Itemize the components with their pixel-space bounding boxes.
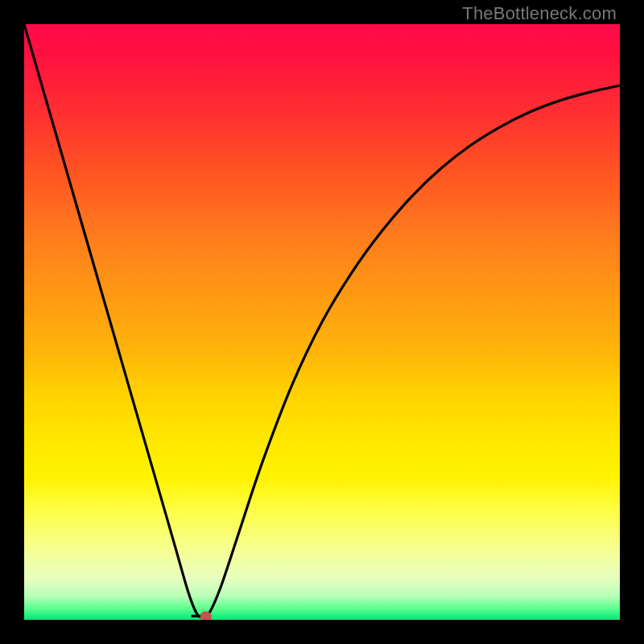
plot-area <box>24 24 620 620</box>
curve-line <box>24 24 620 617</box>
watermark-text: TheBottleneck.com <box>462 3 617 24</box>
chart-svg <box>24 24 620 620</box>
chart-container: TheBottleneck.com <box>0 0 644 644</box>
